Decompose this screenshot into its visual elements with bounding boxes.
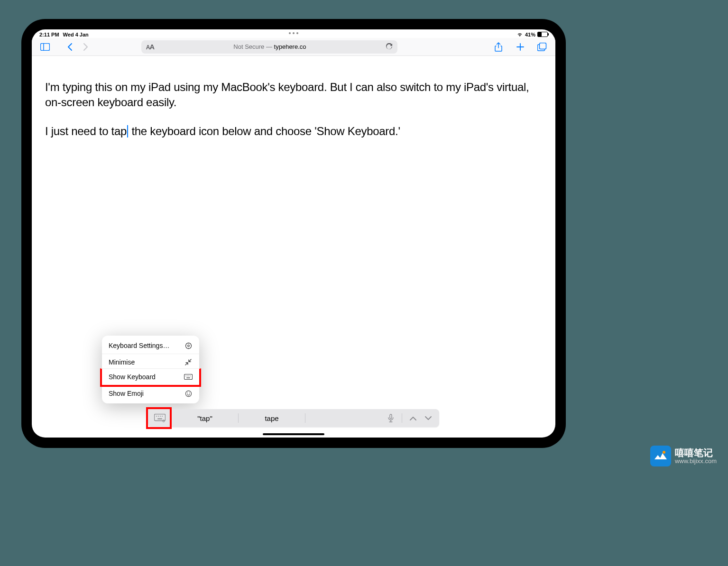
wifi-icon — [516, 32, 523, 37]
menu-minimise[interactable]: Minimise — [102, 354, 199, 370]
menu-keyboard-settings[interactable]: Keyboard Settings… — [102, 338, 199, 354]
watermark-logo-icon — [650, 446, 671, 466]
redo-chevron-down-icon[interactable] — [424, 414, 433, 422]
ipad-screen: 2:11 PM Wed 4 Jan 41% AA — [32, 29, 555, 438]
divider — [402, 413, 402, 423]
svg-point-6 — [185, 375, 186, 376]
svg-point-8 — [188, 375, 189, 376]
watermark-url: www.bijixx.com — [675, 458, 717, 465]
watermark-title: 嘻嘻笔记 — [675, 447, 717, 458]
svg-point-11 — [185, 391, 191, 396]
svg-point-22 — [663, 451, 665, 454]
reload-icon[interactable] — [386, 43, 393, 50]
watermark: 嘻嘻笔记 www.bijixx.com — [650, 446, 717, 466]
svg-point-13 — [189, 393, 190, 393]
svg-rect-5 — [184, 374, 193, 380]
text-size-icon[interactable]: AA — [146, 43, 155, 51]
svg-point-7 — [187, 375, 188, 376]
svg-rect-10 — [186, 378, 190, 379]
battery-percent: 41% — [525, 32, 535, 37]
suggestion-bar: "tap" tape — [148, 409, 439, 427]
status-bar: 2:11 PM Wed 4 Jan 41% — [32, 29, 555, 38]
divider — [305, 413, 305, 423]
battery-icon — [537, 32, 548, 37]
undo-chevron-up-icon[interactable] — [409, 414, 417, 422]
svg-rect-2 — [539, 43, 546, 49]
emoji-icon — [184, 389, 193, 398]
new-tab-icon[interactable] — [514, 40, 527, 54]
address-text: Not Secure — typehere.co — [158, 43, 381, 50]
home-indicator[interactable] — [263, 433, 324, 435]
menu-label: Show Keyboard — [109, 373, 156, 381]
menu-show-keyboard[interactable]: Show Keyboard — [100, 368, 201, 387]
keyboard-toggle-button[interactable] — [148, 409, 172, 427]
ipad-device-frame: 2:11 PM Wed 4 Jan 41% AA — [21, 19, 566, 448]
svg-point-12 — [187, 393, 188, 393]
svg-point-18 — [162, 416, 163, 417]
svg-point-15 — [156, 416, 157, 417]
tabs-icon[interactable] — [535, 40, 549, 54]
menu-label: Show Emoji — [109, 390, 144, 397]
svg-point-17 — [160, 416, 161, 417]
keyboard-context-menu: Keyboard Settings… Minimise Show Keyboar… — [102, 336, 199, 403]
safari-toolbar: AA Not Secure — typehere.co — [32, 38, 555, 56]
share-icon[interactable] — [492, 40, 505, 54]
back-button[interactable] — [63, 40, 76, 54]
paragraph-1: I'm typing this on my iPad using my MacB… — [45, 80, 542, 110]
minimise-icon — [184, 358, 193, 366]
paragraph-2: I just need to tap the keyboard icon bel… — [45, 124, 542, 139]
svg-rect-21 — [390, 414, 392, 419]
status-time: 2:11 PM — [39, 32, 59, 37]
menu-show-emoji[interactable]: Show Emoji — [102, 385, 199, 402]
forward-button — [79, 40, 92, 54]
menu-label: Keyboard Settings… — [109, 342, 169, 349]
svg-rect-0 — [41, 43, 50, 50]
status-date: Wed 4 Jan — [63, 32, 89, 37]
svg-rect-19 — [157, 419, 162, 420]
multitask-dots-icon[interactable] — [289, 32, 298, 34]
suggestion-1[interactable]: "tap" — [172, 414, 238, 422]
gear-icon — [184, 341, 193, 350]
svg-point-4 — [187, 345, 189, 347]
suggestion-2[interactable]: tape — [239, 414, 305, 422]
dictation-icon[interactable] — [387, 414, 395, 422]
text-cursor — [127, 125, 128, 137]
sidebar-icon[interactable] — [38, 40, 52, 54]
menu-label: Minimise — [109, 358, 135, 366]
address-bar[interactable]: AA Not Secure — typehere.co — [141, 40, 397, 54]
svg-point-16 — [158, 416, 159, 417]
svg-point-9 — [190, 375, 191, 376]
keyboard-icon — [184, 373, 193, 381]
